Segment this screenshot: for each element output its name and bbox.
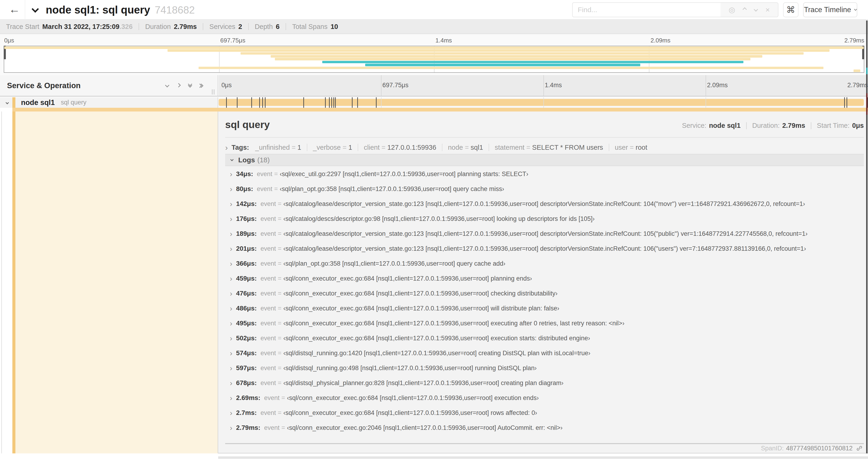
divider — [442, 144, 442, 151]
log-marker — [303, 97, 304, 108]
log-row[interactable]: ›459μs:event=‹sql/conn_executor_exec.go:… — [225, 271, 864, 286]
minimap-canvas[interactable] — [4, 46, 864, 73]
span-name-cell[interactable]: node sql1 sql query — [0, 97, 218, 108]
span-duration-bar[interactable] — [219, 99, 864, 106]
divider — [138, 23, 139, 30]
ruler-tick: 2.79ms — [847, 81, 868, 89]
log-row[interactable]: ›34μs:event=‹sql/exec_util.go:2297 [nsql… — [225, 167, 864, 182]
log-timestamp: 2.7ms: — [236, 409, 257, 417]
keyboard-shortcuts-button[interactable]: ⌘ — [783, 2, 799, 17]
divider — [811, 122, 811, 129]
chevron-right-icon: › — [230, 200, 232, 208]
log-field-name: event — [260, 350, 276, 357]
chevron-right-icon: › — [230, 394, 232, 402]
log-field-value: ‹sql/plan_opt.go:358 [nsql1,client=127.0… — [283, 260, 505, 267]
log-field-name: event — [260, 320, 276, 327]
link-icon[interactable] — [856, 445, 863, 452]
log-row[interactable]: ›201μs:event=‹sql/catalog/lease/descript… — [225, 241, 864, 256]
log-timestamp: 2.69ms: — [236, 394, 260, 402]
tag-value: 127.0.0.1:59936 — [388, 144, 436, 151]
collapse-all-chevron-icon[interactable] — [33, 6, 38, 12]
log-row[interactable]: ›2.69ms:event=‹sql/conn_executor_exec.go… — [225, 390, 864, 405]
locate-icon[interactable]: ◎ — [729, 5, 735, 14]
chevron-right-icon: › — [230, 319, 232, 328]
equals-sign: = — [343, 144, 346, 151]
log-marker — [357, 97, 358, 108]
log-field-value: ‹sql/conn_executor_exec.go:684 [nsql1,cl… — [283, 320, 624, 327]
info-value-fraction: .326 — [120, 23, 132, 31]
log-row[interactable]: ›476μs:event=‹sql/conn_executor_exec.go:… — [225, 286, 864, 301]
chevron-right-icon: › — [230, 215, 232, 223]
info-value: 2 — [239, 23, 242, 31]
ruler-tick: 697.75μs — [219, 37, 245, 44]
find-prev-icon[interactable] — [743, 8, 746, 12]
expand-one-icon[interactable] — [177, 84, 180, 88]
view-selector-button[interactable]: Trace Timeline — [803, 2, 857, 17]
log-row[interactable]: ›502μs:event=‹sql/conn_executor_exec.go:… — [225, 331, 864, 346]
logs-section-toggle[interactable]: Logs (18) — [225, 154, 864, 166]
equals-sign: = — [278, 409, 281, 417]
log-row[interactable]: ›2.7ms:event=‹sql/conn_executor_exec.go:… — [225, 405, 864, 420]
equals-sign: = — [278, 215, 281, 223]
tag-value: 1 — [348, 144, 352, 151]
log-row[interactable]: ›678μs:event=‹sql/distsql_physical_plann… — [225, 375, 864, 390]
log-field-name: event — [264, 394, 280, 402]
log-row[interactable]: ›495μs:event=‹sql/conn_executor_exec.go:… — [225, 316, 864, 331]
log-field-value: ‹sql/distsql_running.go:498 [nsql1,clien… — [283, 365, 537, 372]
log-field-name: event — [260, 230, 276, 237]
tags-section-toggle[interactable]: › Tags: _unfinished=1 _verbose=1 client=… — [225, 142, 647, 153]
collapse-all-icon[interactable] — [189, 84, 192, 87]
span-bar-track[interactable] — [219, 97, 868, 108]
span-service-name: node sql1 — [21, 98, 55, 107]
log-field-name: event — [260, 275, 276, 282]
tag-value: 1 — [298, 144, 301, 151]
log-timestamp: 189μs: — [236, 230, 257, 237]
minimap-span — [271, 55, 762, 58]
chevron-right-icon: › — [230, 408, 232, 417]
log-row[interactable]: ›597μs:event=‹sql/distsql_running.go:498… — [225, 361, 864, 375]
log-row[interactable]: ›2.79ms:event=‹sql/conn_executor_exec.go… — [225, 420, 864, 435]
minimap-span — [322, 61, 743, 63]
minimap-span — [365, 64, 640, 66]
detail-highlight-column — [16, 111, 218, 453]
info-value: 10 — [331, 23, 338, 31]
log-row[interactable]: ›80μs:event=‹sql/plan_opt.go:358 [nsql1,… — [225, 182, 864, 196]
log-marker — [331, 97, 332, 108]
top-bar: ← node sql1: sql query7418682 ◎ × ⌘ Trac… — [0, 0, 868, 20]
expand-all-icon[interactable] — [200, 84, 203, 87]
divider — [489, 144, 489, 151]
column-resize-grip[interactable] — [212, 89, 214, 94]
ruler-tick: 1.4ms — [434, 37, 452, 44]
log-field-name: event — [260, 200, 276, 207]
logs-label: Logs — [238, 156, 255, 164]
log-row[interactable]: ›366μs:event=‹sql/plan_opt.go:358 [nsql1… — [225, 256, 864, 271]
span-row: node sql1 sql query — [0, 97, 868, 108]
divider — [609, 144, 609, 151]
chevron-right-icon: › — [230, 334, 232, 342]
log-field-value: ‹sql/conn_executor_exec.go:684 [nsql1,cl… — [283, 275, 532, 282]
divider — [286, 23, 286, 30]
span-collapse-chevron-icon[interactable] — [6, 101, 8, 105]
log-row[interactable]: ›574μs:event=‹sql/distsql_running.go:142… — [225, 346, 864, 361]
find-clear-icon[interactable]: × — [766, 6, 770, 14]
log-row[interactable]: ›486μs:event=‹sql/conn_executor_exec.go:… — [225, 301, 864, 316]
find-next-icon[interactable] — [754, 8, 757, 12]
log-row[interactable]: ›176μs:event=‹sql/catalog/descs/descript… — [225, 211, 864, 226]
find-input[interactable] — [572, 2, 720, 17]
collapse-one-icon[interactable] — [166, 84, 169, 88]
equals-sign: = — [278, 230, 281, 237]
log-timestamp: 476μs: — [236, 290, 257, 297]
log-timestamp: 2.79ms: — [236, 424, 260, 431]
page-title: node sql1: sql query7418682 — [46, 0, 195, 20]
chevron-right-icon: › — [230, 424, 232, 432]
vertical-scrollbar[interactable] — [866, 21, 868, 453]
ruler-tick: 1.4ms — [544, 81, 562, 89]
log-marker — [376, 97, 377, 108]
log-timestamp: 597μs: — [236, 364, 257, 372]
back-button[interactable]: ← — [5, 0, 24, 20]
log-row[interactable]: ›189μs:event=‹sql/catalog/lease/descript… — [225, 226, 864, 241]
log-row[interactable]: ›142μs:event=‹sql/catalog/lease/descript… — [225, 196, 864, 211]
back-arrow-icon: ← — [9, 3, 20, 15]
divider — [746, 122, 747, 129]
ruler-tick: 2.79ms — [844, 37, 864, 44]
